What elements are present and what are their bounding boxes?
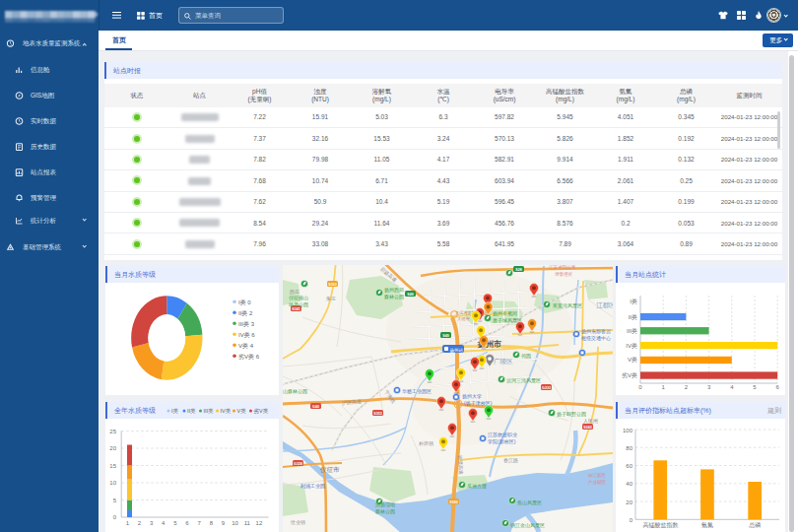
svg-text:V类 4: V类 4 bbox=[238, 343, 254, 349]
svg-text:3: 3 bbox=[707, 384, 711, 390]
svg-text:10: 10 bbox=[109, 480, 116, 486]
svg-text:5: 5 bbox=[753, 384, 757, 390]
svg-text:高锰酸盐指数: 高锰酸盐指数 bbox=[643, 521, 679, 529]
svg-text:II类 2: II类 2 bbox=[238, 310, 253, 316]
svg-text:运河三湾风景区: 运河三湾风景区 bbox=[506, 377, 541, 384]
svg-text:III类 3: III类 3 bbox=[238, 321, 255, 327]
svg-text:2: 2 bbox=[138, 520, 142, 526]
svg-text:X090: X090 bbox=[449, 500, 457, 504]
svg-text:扬子颐野公园: 扬子颐野公园 bbox=[557, 411, 586, 418]
svg-text:4: 4 bbox=[162, 520, 166, 526]
svg-text:茱萸湾风景区: 茱萸湾风景区 bbox=[553, 302, 582, 309]
svg-text:江苏省邵仙洲: 江苏省邵仙洲 bbox=[549, 265, 575, 270]
svg-text:人民闸: 人民闸 bbox=[583, 418, 598, 425]
svg-text:华糖工业园区: 华糖工业园区 bbox=[402, 388, 432, 395]
svg-text:II类: II类 bbox=[629, 314, 637, 320]
svg-text:0: 0 bbox=[113, 514, 117, 520]
svg-text:I类: I类 bbox=[171, 408, 179, 414]
svg-text:利涵工业园: 利涵工业园 bbox=[300, 483, 325, 490]
svg-text:朴席镇: 朴席镇 bbox=[418, 440, 433, 446]
svg-text:1: 1 bbox=[662, 384, 666, 390]
svg-text:润扬湿地: 润扬湿地 bbox=[374, 501, 395, 508]
svg-text:S49: S49 bbox=[407, 293, 413, 297]
svg-text:世业镇: 世业镇 bbox=[290, 519, 305, 525]
svg-text:IV类: IV类 bbox=[221, 408, 232, 414]
svg-text:IV类: IV类 bbox=[626, 343, 637, 349]
svg-text:V类: V类 bbox=[237, 408, 247, 414]
svg-text:镇江新区: 镇江新区 bbox=[587, 472, 607, 478]
svg-text:2: 2 bbox=[685, 384, 689, 390]
svg-text:5: 5 bbox=[173, 520, 177, 526]
svg-text:仪征市: 仪征市 bbox=[320, 466, 340, 473]
svg-text:大明寺: 大明寺 bbox=[457, 316, 470, 321]
svg-text:瓜洲古渡: 瓜洲古渡 bbox=[467, 483, 487, 490]
svg-text:20: 20 bbox=[109, 445, 116, 451]
svg-text:产业园区: 产业园区 bbox=[588, 479, 607, 485]
svg-text:S353: S353 bbox=[328, 283, 336, 287]
svg-text:S49: S49 bbox=[442, 334, 448, 338]
svg-text:100: 100 bbox=[623, 428, 633, 433]
svg-text:江苏旅游职业: 江苏旅游职业 bbox=[488, 432, 517, 438]
svg-text:0: 0 bbox=[630, 517, 633, 523]
svg-text:扬州东部客运: 扬州东部客运 bbox=[581, 328, 611, 335]
svg-text:25: 25 bbox=[109, 429, 116, 434]
svg-text:朱庄: 朱庄 bbox=[326, 296, 336, 301]
svg-text:III类: III类 bbox=[204, 408, 215, 414]
svg-text:I类 0: I类 0 bbox=[238, 299, 251, 305]
svg-text:S243: S243 bbox=[583, 426, 591, 430]
svg-text:扬州市蜀冈: 扬州市蜀冈 bbox=[493, 310, 517, 317]
svg-text:1: 1 bbox=[126, 520, 130, 526]
svg-text:S28: S28 bbox=[515, 268, 521, 272]
svg-text:学院(新校区): 学院(新校区) bbox=[488, 438, 516, 445]
svg-text:10: 10 bbox=[232, 520, 238, 526]
svg-text:I类: I类 bbox=[630, 299, 637, 304]
svg-text:20: 20 bbox=[626, 499, 632, 505]
svg-text:劣V类: 劣V类 bbox=[254, 408, 269, 415]
svg-text:0: 0 bbox=[638, 384, 642, 390]
svg-text:V类: V类 bbox=[628, 357, 637, 363]
svg-text:春江路: 春江路 bbox=[503, 457, 518, 464]
svg-text:S341: S341 bbox=[292, 307, 299, 311]
svg-text:森林公园: 森林公园 bbox=[384, 294, 404, 300]
svg-text:9: 9 bbox=[222, 520, 226, 526]
svg-text:60: 60 bbox=[626, 463, 632, 469]
svg-text:S353: S353 bbox=[373, 412, 381, 416]
svg-text:8: 8 bbox=[210, 520, 214, 526]
svg-text:氨氮: 氨氮 bbox=[701, 521, 713, 528]
svg-text:广陵区: 广陵区 bbox=[494, 358, 513, 365]
svg-text:5: 5 bbox=[113, 498, 117, 503]
svg-text:仪征捺山: 仪征捺山 bbox=[289, 295, 308, 301]
svg-text:地质公园: 地质公园 bbox=[288, 301, 308, 308]
svg-text:II类: II类 bbox=[187, 408, 196, 414]
svg-text:江都区: 江都区 bbox=[596, 301, 613, 309]
svg-text:G233: G233 bbox=[542, 386, 551, 390]
svg-text:40: 40 bbox=[626, 481, 632, 487]
svg-text:15: 15 bbox=[109, 463, 116, 469]
svg-text:6: 6 bbox=[776, 384, 780, 390]
svg-text:7: 7 bbox=[198, 520, 202, 526]
svg-text:劣V类: 劣V类 bbox=[622, 372, 637, 379]
svg-text:4: 4 bbox=[730, 384, 734, 390]
svg-text:枢纽交通中心: 枢纽交通中心 bbox=[581, 335, 611, 341]
svg-text:12: 12 bbox=[256, 520, 263, 526]
svg-text:G328: G328 bbox=[294, 462, 302, 466]
svg-text:洲管理所: 洲管理所 bbox=[555, 271, 573, 277]
svg-text:西庄: 西庄 bbox=[290, 289, 299, 296]
svg-text:11: 11 bbox=[244, 520, 251, 526]
svg-text:III类: III类 bbox=[627, 328, 637, 334]
svg-text:镇江金山风景区: 镇江金山风景区 bbox=[510, 522, 545, 529]
svg-text:何园: 何园 bbox=[521, 353, 531, 360]
svg-text:6: 6 bbox=[185, 520, 189, 526]
svg-text:山森林公园: 山森林公园 bbox=[283, 388, 307, 395]
svg-text:劣V类 6: 劣V类 6 bbox=[238, 354, 260, 361]
svg-text:扬州西郊: 扬州西郊 bbox=[384, 287, 404, 294]
svg-text:总磷: 总磷 bbox=[748, 522, 761, 528]
svg-text:扬州大学: 扬州大学 bbox=[462, 393, 482, 400]
svg-text:IV类 6: IV类 6 bbox=[238, 332, 255, 338]
svg-text:焦山风景区: 焦山风景区 bbox=[517, 499, 542, 505]
svg-text:80: 80 bbox=[626, 445, 632, 451]
svg-text:森林公园: 森林公园 bbox=[375, 508, 395, 515]
svg-text:G40: G40 bbox=[312, 405, 319, 409]
svg-text:3: 3 bbox=[150, 520, 154, 526]
